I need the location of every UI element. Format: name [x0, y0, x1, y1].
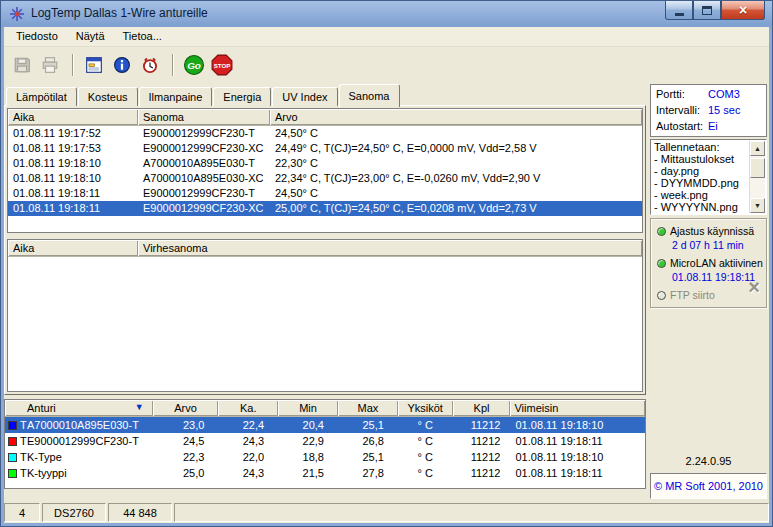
message-value: 24,49° C, T(CJ)=24,50° C, E=0,0000 mV, V… — [270, 141, 642, 156]
stop-button[interactable]: STOP — [209, 52, 235, 78]
column-header-anturi[interactable]: Anturi▼ — [5, 400, 153, 416]
column-header-max[interactable]: Max — [338, 400, 398, 416]
info-icon — [113, 56, 131, 74]
message-row[interactable]: 01.08.11 19:18:10 A7000010A895E030-XC 22… — [8, 171, 642, 186]
version-text: 2.24.0.95 — [650, 455, 767, 467]
column-header-arvo[interactable]: Arvo — [153, 400, 219, 416]
message-row[interactable]: 01.08.11 19:17:52 E9000012999CF230-T 24,… — [8, 126, 642, 141]
ftp-disabled-cross-icon: × — [748, 277, 760, 297]
sensor-name: E9000012999CF230-T — [27, 433, 153, 449]
maximize-icon — [702, 6, 712, 15]
sensor-max: 27,8 — [338, 465, 398, 481]
column-header-sanoma[interactable]: Sanoma — [138, 109, 270, 125]
menu-tietoa[interactable]: Tietoa... — [114, 27, 171, 47]
color-swatch — [8, 437, 17, 446]
message-list: Aika Sanoma Arvo 01.08.11 19:17:52 E9000… — [7, 108, 643, 233]
close-icon: × — [739, 2, 747, 18]
sort-desc-icon: ▼ — [135, 402, 144, 412]
microlan-status-row: MicroLAN aktiivinen — [657, 257, 763, 269]
save-list-item[interactable]: - week.png — [654, 189, 748, 201]
tab-uv-index[interactable]: UV Index — [272, 87, 337, 106]
settings-button[interactable] — [81, 52, 107, 78]
timer-led-icon — [657, 227, 666, 236]
menu-nayta[interactable]: Näytä — [67, 27, 114, 47]
tab-kosteus[interactable]: Kosteus — [78, 87, 138, 106]
column-header-kpl[interactable]: Kpl — [453, 400, 511, 416]
sensor-value: 23,0 — [153, 417, 219, 433]
toolbar: Go STOP — [4, 48, 769, 81]
save-list-item[interactable]: - WYYYYNN.png — [654, 201, 748, 213]
tab-lampotilat[interactable]: Lämpötilat — [6, 87, 77, 106]
alarm-clock-icon — [141, 56, 159, 74]
minimize-icon — [675, 13, 684, 16]
go-icon: Go — [183, 54, 205, 76]
timer-button[interactable] — [137, 52, 163, 78]
message-sensor: E9000012999CF230-T — [138, 186, 270, 201]
tab-ilmanpaine[interactable]: Ilmanpaine — [139, 87, 213, 106]
column-header-arvo[interactable]: Arvo — [270, 109, 642, 125]
sensor-average: 24,3 — [218, 433, 278, 449]
titlebar[interactable]: LogTemp Dallas 1-Wire antureille × — [0, 0, 773, 27]
scrollbar-thumb[interactable] — [750, 158, 765, 178]
sensor-average: 24,3 — [218, 465, 278, 481]
message-time: 01.08.11 19:18:11 — [8, 201, 138, 216]
column-header-ka[interactable]: Ka. — [218, 400, 278, 416]
sensor-row[interactable]: T K-tyyppi 25,0 24,3 21,5 27,8 ° C 11212… — [5, 465, 645, 481]
sensor-color-marker: T — [5, 465, 27, 481]
scroll-up-button[interactable]: ▲ — [750, 141, 765, 156]
sensor-row-selected[interactable]: T A7000010A895E030-T 23,0 22,4 20,4 25,1… — [5, 417, 645, 433]
save-list-item[interactable]: - day.png — [654, 165, 748, 177]
sensor-max: 25,1 — [338, 417, 398, 433]
sensor-type: T — [20, 417, 27, 433]
message-row[interactable]: 01.08.11 19:18:10 A7000010A895E030-T 22,… — [8, 156, 642, 171]
sensor-last-time: 01.08.11 19:18:10 — [510, 417, 645, 433]
info-row-intervalli: Intervalli: 15 sec — [651, 101, 766, 117]
sensor-type: T — [20, 449, 27, 465]
sensor-last-time: 01.08.11 19:18:11 — [510, 465, 645, 481]
column-header-min[interactable]: Min — [278, 400, 338, 416]
column-header-aika[interactable]: Aika — [8, 240, 138, 256]
status-panel-memory: 44 848 — [108, 503, 172, 522]
scrollbar[interactable]: ▲ ▼ — [749, 141, 765, 213]
minimize-button[interactable] — [665, 1, 693, 20]
message-row-selected[interactable]: 01.08.11 19:18:11 E9000012999CF230-XC 25… — [8, 201, 642, 216]
scroll-down-button[interactable]: ▼ — [750, 198, 765, 213]
menu-tiedosto[interactable]: Tiedosto — [7, 27, 67, 47]
column-header-viimeisin[interactable]: Viimeisin — [510, 400, 645, 416]
message-row[interactable]: 01.08.11 19:17:53 E9000012999CF230-XC 24… — [8, 141, 642, 156]
sensor-count: 11212 — [453, 465, 511, 481]
tab-sanoma[interactable]: Sanoma — [339, 84, 400, 107]
app-window: LogTemp Dallas 1-Wire antureille × Tiedo… — [0, 0, 773, 527]
ftp-status-row: FTP siirto — [657, 289, 715, 301]
maximize-button[interactable] — [693, 1, 721, 20]
timer-elapsed-value: 2 d 07 h 11 min — [672, 239, 744, 251]
sensor-row[interactable]: T E9000012999CF230-T 24,5 24,3 22,9 26,8… — [5, 433, 645, 449]
sensor-value: 24,5 — [153, 433, 219, 449]
close-button[interactable]: × — [721, 1, 765, 20]
sensor-row[interactable]: T K-Type 22,3 22,0 18,8 25,1 ° C 11212 0… — [5, 449, 645, 465]
save-list-item[interactable]: - DYYMMDD.png — [654, 177, 748, 189]
message-time: 01.08.11 19:17:53 — [8, 141, 138, 156]
message-sensor: E9000012999CF230-T — [138, 126, 270, 141]
message-row[interactable]: 01.08.11 19:18:11 E9000012999CF230-T 24,… — [8, 186, 642, 201]
save-list-item[interactable]: - Mittaustulokset — [654, 153, 748, 165]
ftp-led-icon — [657, 291, 666, 300]
toolbar-separator — [72, 54, 74, 76]
message-time: 01.08.11 19:18:11 — [8, 186, 138, 201]
sensor-count: 11212 — [453, 417, 511, 433]
info-button[interactable] — [109, 52, 135, 78]
sensor-min: 22,9 — [278, 433, 338, 449]
column-header-virhesanoma[interactable]: Virhesanoma — [138, 240, 642, 256]
message-list-header: Aika Sanoma Arvo — [8, 109, 642, 126]
go-button[interactable]: Go — [181, 52, 207, 78]
sensor-color-marker: T — [5, 449, 27, 465]
menubar: Tiedosto Näytä Tietoa... — [4, 27, 769, 47]
port-value: COM3 — [708, 88, 740, 100]
column-header-aika[interactable]: Aika — [8, 109, 138, 125]
tab-energia[interactable]: Energia — [213, 87, 271, 106]
timer-status-row: Ajastus käynnissä — [657, 225, 754, 237]
connection-info-panel: Portti: COM3 Intervalli: 15 sec Autostar… — [650, 84, 767, 137]
column-header-yksikot[interactable]: Yksiköt — [398, 400, 453, 416]
sensor-color-marker: T — [5, 433, 27, 449]
scroll-down-icon: ▼ — [754, 202, 761, 209]
